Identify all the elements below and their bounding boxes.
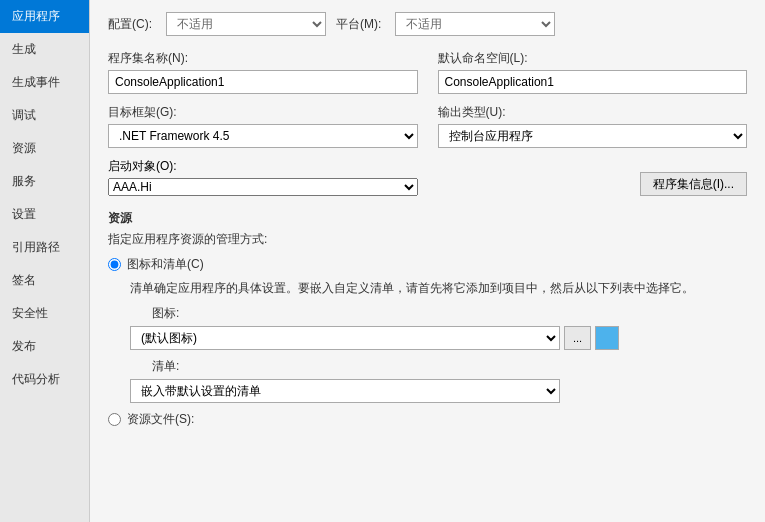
startup-object-select[interactable]: AAA.Hi: [108, 178, 418, 196]
icon-color-button[interactable]: [595, 326, 619, 350]
icon-manifest-radio[interactable]: [108, 258, 121, 271]
default-namespace-label: 默认命名空间(L):: [438, 50, 748, 67]
sidebar-item-引用路径[interactable]: 引用路径: [0, 231, 89, 264]
startup-object-label: 启动对象(O):: [108, 158, 418, 175]
platform-select[interactable]: 不适用: [395, 12, 555, 36]
assembly-namespace-row: 程序集名称(N): 默认命名空间(L):: [108, 50, 747, 94]
manifest-sub-label: 清单:: [152, 358, 747, 375]
icon-select[interactable]: (默认图标): [130, 326, 560, 350]
output-type-group: 输出类型(U): 控制台应用程序: [438, 104, 748, 148]
sidebar-item-设置[interactable]: 设置: [0, 198, 89, 231]
assembly-name-group: 程序集名称(N):: [108, 50, 418, 94]
resource-file-label: 资源文件(S):: [127, 411, 194, 428]
manifest-select[interactable]: 嵌入带默认设置的清单: [130, 379, 560, 403]
sidebar-item-安全性[interactable]: 安全性: [0, 297, 89, 330]
default-namespace-input[interactable]: [438, 70, 748, 94]
sidebar-item-代码分析[interactable]: 代码分析: [0, 363, 89, 396]
icon-manifest-radio-group: 图标和清单(C): [108, 256, 747, 273]
icon-row: (默认图标) ...: [130, 326, 747, 350]
resource-file-radio-group: 资源文件(S):: [108, 411, 747, 428]
startup-object-group: 启动对象(O): AAA.Hi: [108, 158, 418, 196]
output-type-label: 输出类型(U):: [438, 104, 748, 121]
sidebar-item-生成事件[interactable]: 生成事件: [0, 66, 89, 99]
target-framework-group: 目标框架(G): .NET Framework 4.5: [108, 104, 418, 148]
platform-label: 平台(M):: [336, 16, 381, 33]
sidebar-item-资源[interactable]: 资源: [0, 132, 89, 165]
config-label: 配置(C):: [108, 16, 152, 33]
sidebar-item-签名[interactable]: 签名: [0, 264, 89, 297]
main-content: 配置(C): 不适用 平台(M): 不适用 程序集名称(N): 默认命名空间(L…: [90, 0, 765, 522]
resources-section-title: 资源: [108, 210, 747, 227]
sidebar-item-服务[interactable]: 服务: [0, 165, 89, 198]
icon-manifest-label: 图标和清单(C): [127, 256, 204, 273]
assembly-name-input[interactable]: [108, 70, 418, 94]
resource-file-radio[interactable]: [108, 413, 121, 426]
default-namespace-group: 默认命名空间(L):: [438, 50, 748, 94]
framework-output-row: 目标框架(G): .NET Framework 4.5 输出类型(U): 控制台…: [108, 104, 747, 148]
config-bar: 配置(C): 不适用 平台(M): 不适用: [108, 12, 747, 36]
sidebar: 应用程序 生成 生成事件 调试 资源 服务 设置 引用路径 签名 安全性 发布 …: [0, 0, 90, 522]
sidebar-item-发布[interactable]: 发布: [0, 330, 89, 363]
startup-row: 启动对象(O): AAA.Hi 程序集信息(I)...: [108, 158, 747, 196]
config-select[interactable]: 不适用: [166, 12, 326, 36]
sidebar-item-生成[interactable]: 生成: [0, 33, 89, 66]
icon-sub-label: 图标:: [152, 305, 747, 322]
target-framework-label: 目标框架(G):: [108, 104, 418, 121]
sidebar-item-调试[interactable]: 调试: [0, 99, 89, 132]
icon-browse-button[interactable]: ...: [564, 326, 591, 350]
icon-manifest-description: 清单确定应用程序的具体设置。要嵌入自定义清单，请首先将它添加到项目中，然后从以下…: [130, 279, 700, 297]
assembly-info-button[interactable]: 程序集信息(I)...: [640, 172, 747, 196]
sidebar-item-应用程序[interactable]: 应用程序: [0, 0, 89, 33]
resources-section-desc: 指定应用程序资源的管理方式:: [108, 231, 747, 248]
assembly-name-label: 程序集名称(N):: [108, 50, 418, 67]
target-framework-select[interactable]: .NET Framework 4.5: [108, 124, 418, 148]
manifest-row: 嵌入带默认设置的清单: [130, 379, 747, 403]
output-type-select[interactable]: 控制台应用程序: [438, 124, 748, 148]
